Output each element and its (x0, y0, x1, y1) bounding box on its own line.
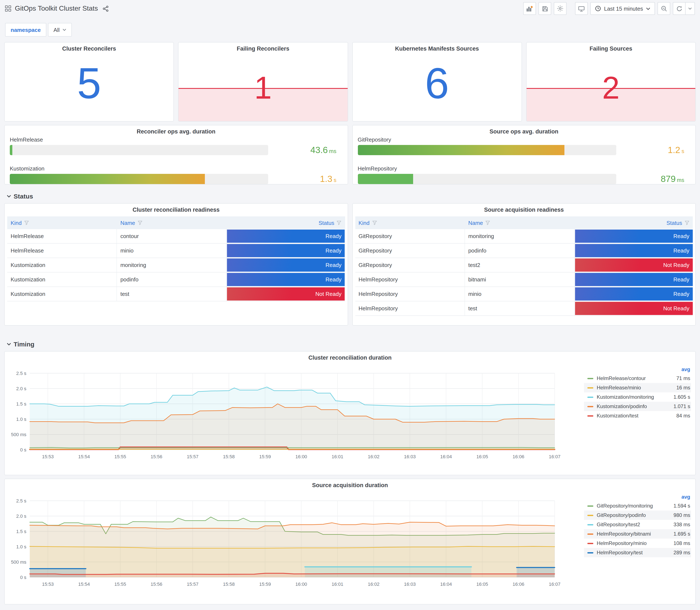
x-axis-tick-label: 15:57 (187, 581, 198, 587)
chevron-down-icon (63, 29, 66, 31)
filter-funnel-icon (372, 220, 377, 225)
panel-title[interactable]: Source acquisition readiness (353, 207, 695, 213)
gauge-fill (10, 145, 12, 155)
panel-title[interactable]: Cluster reconciliation duration (5, 354, 695, 361)
column-header-label: Name (120, 220, 135, 226)
gauge-value: 879ms (661, 174, 684, 184)
x-axis-tick-label: 16:06 (512, 454, 524, 459)
panel-title[interactable]: Cluster reconciliation readiness (5, 207, 347, 213)
status-badge: Not Ready (575, 302, 693, 315)
column-header-kind[interactable]: Kind (7, 220, 117, 226)
column-header-name[interactable]: Name (465, 220, 574, 226)
filter-funnel-icon (337, 220, 342, 225)
stat-panel-failing-reconcilers: Failing Reconcilers1 (178, 42, 348, 122)
table-row: KustomizationmonitoringReady (7, 258, 345, 272)
column-header-status[interactable]: Status (575, 220, 693, 226)
legend-series-name: HelmRelease/contour (597, 375, 668, 381)
y-axis-tick-label: 2.5 s (16, 498, 26, 503)
legend-series-name: GitRepository/monitoring (597, 503, 668, 509)
column-header-name[interactable]: Name (117, 220, 227, 226)
x-axis-tick-label: 15:55 (114, 581, 126, 587)
table-row: KustomizationpodinfoReady (7, 272, 345, 287)
time-range-picker[interactable]: Last 15 minutes (590, 2, 655, 15)
gauge-label: HelmRepository (358, 165, 690, 172)
panel-title[interactable]: Source ops avg. duration (353, 128, 695, 135)
gauges-row: Reconciler ops avg. duration HelmRelease… (4, 125, 696, 184)
apps-grid-icon[interactable] (5, 5, 11, 12)
variable-namespace-label[interactable]: namespace (5, 23, 46, 36)
add-panel-button[interactable] (523, 2, 536, 15)
section-status-toggle[interactable]: Status (5, 190, 695, 202)
table-row: KustomizationtestNot Ready (7, 287, 345, 301)
refresh-button[interactable] (673, 2, 686, 15)
series-color-dash (587, 524, 593, 525)
legend-item-helmrepository-minio[interactable]: HelmRepository/minio108 ms (584, 539, 691, 548)
y-axis-tick-label: 1.5 s (16, 401, 26, 406)
x-axis-tick-label: 16:03 (404, 581, 416, 587)
legend-series-avg: 1.605 s (668, 394, 690, 400)
cell-name: minio (117, 244, 227, 258)
cell-name: podinfo (117, 272, 227, 287)
panel-title[interactable]: Failing Reconcilers (179, 46, 348, 52)
zoom-out-button[interactable] (657, 2, 670, 15)
table-row: HelmRepositoryminioReady (355, 287, 693, 301)
save-dashboard-button[interactable] (538, 2, 551, 15)
legend-item-helmrelease-contour[interactable]: HelmRelease/contour71 ms (584, 374, 691, 383)
dashboard-settings-button[interactable] (554, 2, 567, 15)
panel-title[interactable]: Failing Sources (526, 46, 696, 52)
legend-item-gitrepository-podinfo[interactable]: GitRepository/podinfo980 ms (584, 511, 691, 520)
panel-title[interactable]: Cluster Reconcilers (5, 46, 174, 52)
cell-kind: GitRepository (355, 244, 465, 258)
x-axis-tick-label: 15:55 (114, 454, 126, 459)
chevron-down-icon (688, 7, 692, 10)
y-axis-tick-label: 1.0 s (16, 544, 26, 549)
panel-title[interactable]: Source acquisition duration (5, 482, 695, 488)
panel-title[interactable]: Kubernetes Manifests Sources (353, 46, 521, 52)
gauge-value-number: 1.3 (320, 174, 332, 184)
status-badge: Ready (575, 244, 693, 257)
legend-series-name: GitRepository/test2 (597, 521, 668, 528)
y-axis-tick-label: 0 s (20, 447, 26, 452)
legend-item-gitrepository-test2[interactable]: GitRepository/test2338 ms (584, 520, 691, 529)
share-icon[interactable] (103, 5, 109, 12)
x-axis-tick-label: 15:54 (78, 454, 90, 459)
section-timing-toggle[interactable]: Timing (5, 338, 695, 349)
column-header-kind[interactable]: Kind (355, 220, 465, 226)
cell-kind: Kustomization (7, 272, 117, 287)
legend-item-helmrepository-bitnami[interactable]: HelmRepository/bitnami1.695 s (584, 529, 691, 539)
status-badge: Ready (227, 273, 345, 286)
refresh-interval-dropdown[interactable] (686, 2, 695, 15)
gauge-label: HelmRelease (10, 137, 342, 143)
cell-kind: HelmRelease (7, 229, 117, 243)
x-axis-tick-label: 16:05 (476, 581, 488, 587)
legend-avg-header[interactable]: avg (584, 493, 691, 501)
legend-item-kustomization-podinfo[interactable]: Kustomization/podinfo1.071 s (584, 402, 691, 411)
legend-item-helmrelease-minio[interactable]: HelmRelease/minio16 ms (584, 383, 691, 392)
column-header-label: Status (666, 220, 682, 226)
stats-row: Cluster Reconcilers5Failing Reconcilers1… (4, 42, 696, 122)
legend-series-avg: 1.594 s (668, 503, 690, 509)
legend-item-kustomization-test[interactable]: Kustomization/test84 ms (584, 411, 691, 420)
series-color-dash (587, 543, 593, 544)
legend-item-gitrepository-monitoring[interactable]: GitRepository/monitoring1.594 s (584, 501, 691, 511)
legend-series-avg: 16 ms (668, 385, 690, 391)
gauge-row-gitrepository: GitRepository1.2s (358, 137, 690, 159)
cell-status: Not Ready (227, 287, 345, 301)
panel-source-acquisition-duration: Source acquisition duration 0 s500 ms1.0… (4, 479, 696, 605)
clock-icon (595, 5, 601, 12)
gauge-value: 43.6ms (310, 145, 337, 156)
y-axis-tick-label: 1.0 s (16, 417, 26, 422)
legend-rows: GitRepository/monitoring1.594 sGitReposi… (584, 501, 691, 557)
column-header-label: Kind (11, 220, 22, 226)
panel-source-acquisition-readiness: Source acquisition readiness KindNameSta… (352, 203, 696, 326)
gauge-value: 1.3s (320, 174, 337, 184)
panel-title[interactable]: Reconciler ops avg. duration (5, 128, 347, 135)
series-color-dash (587, 552, 593, 553)
column-header-status[interactable]: Status (227, 220, 345, 226)
legend-avg-header[interactable]: avg (584, 365, 691, 374)
tv-mode-button[interactable] (575, 2, 588, 15)
cell-status: Ready (227, 229, 345, 243)
legend-item-helmrepository-test[interactable]: HelmRepository/test289 ms (584, 548, 691, 557)
variable-namespace-value-dropdown[interactable]: All (48, 23, 72, 36)
legend-item-kustomization-monitoring[interactable]: Kustomization/monitoring1.605 s (584, 392, 691, 402)
